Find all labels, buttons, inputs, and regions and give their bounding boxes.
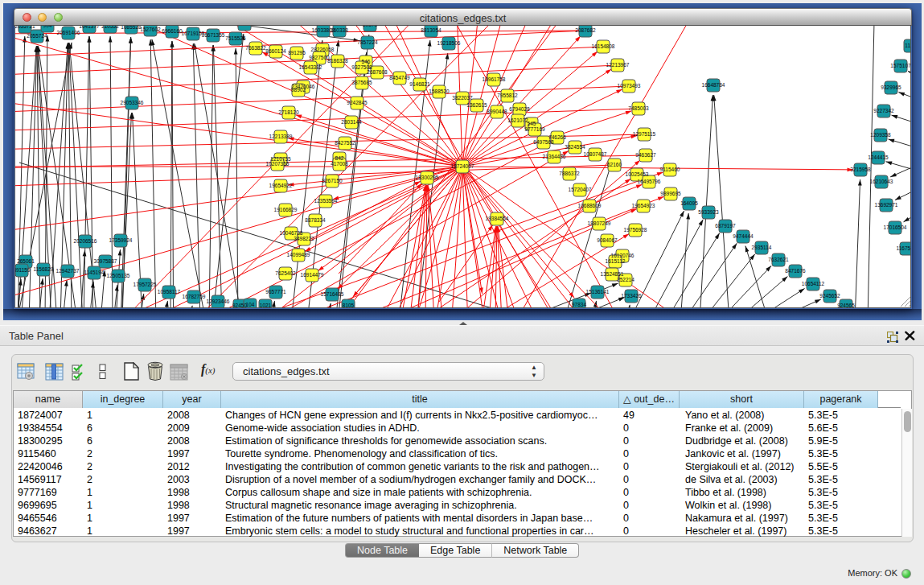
svg-text:19384554: 19384554 (486, 216, 509, 221)
svg-text:20871: 20871 (363, 26, 377, 27)
svg-text:19218506: 19218506 (437, 40, 461, 46)
svg-text:16120746: 16120746 (611, 253, 634, 258)
svg-text:17957225: 17957225 (133, 282, 157, 287)
svg-text:252214: 252214 (617, 277, 634, 282)
svg-text:1733426: 1733426 (621, 293, 642, 299)
svg-text:7886372: 7886372 (559, 171, 580, 176)
svg-text:1167533: 1167533 (897, 245, 911, 251)
svg-text:8105: 8105 (343, 303, 355, 308)
svg-text:6879197: 6879197 (715, 223, 736, 229)
svg-text:12353594: 12353594 (314, 198, 338, 204)
svg-text:10207355: 10207355 (266, 161, 290, 167)
svg-text:96: 96 (241, 26, 248, 27)
svg-text:17359924: 17359924 (109, 237, 133, 243)
svg-text:160338: 160338 (331, 27, 348, 33)
svg-text:9084067: 9084067 (597, 237, 618, 243)
svg-text:2055724: 2055724 (27, 33, 47, 39)
svg-text:7857224: 7857224 (357, 39, 378, 45)
svg-text:16210643: 16210643 (870, 179, 893, 184)
svg-text:2687608: 2687608 (367, 69, 388, 75)
svg-text:16543382: 16543382 (299, 64, 322, 70)
svg-text:2055721: 2055721 (15, 26, 35, 29)
svg-text:16495796: 16495796 (638, 179, 661, 184)
svg-text:21364436: 21364436 (543, 154, 566, 159)
svg-text:15716485: 15716485 (321, 291, 344, 297)
svg-text:2803144: 2803144 (341, 119, 362, 125)
svg-text:6794028: 6794028 (509, 106, 530, 112)
svg-text:10973493: 10973493 (618, 83, 641, 89)
svg-text:7515526: 7515526 (225, 35, 246, 41)
svg-text:28226058: 28226058 (311, 47, 335, 52)
svg-text:18300295: 18300295 (416, 175, 439, 180)
svg-text:12975115: 12975115 (633, 131, 656, 137)
svg-text:19756928: 19756928 (624, 227, 647, 233)
svg-text:7663822: 7663822 (245, 45, 266, 51)
svg-text:98902: 98902 (291, 87, 306, 93)
svg-text:10958117: 10958117 (158, 289, 181, 295)
svg-text:1588520: 1588520 (429, 89, 450, 94)
svg-text:2935114: 2935114 (752, 245, 772, 250)
svg-text:6966160: 6966160 (162, 28, 183, 34)
svg-text:10807487: 10807487 (584, 151, 607, 157)
svg-text:20206516: 20206516 (74, 238, 97, 244)
svg-text:9115460: 9115460 (660, 167, 680, 172)
svg-text:16914479: 16914479 (301, 272, 324, 278)
svg-text:13692971: 13692971 (875, 202, 898, 208)
svg-text:546: 546 (362, 59, 371, 64)
svg-text:7625402: 7625402 (275, 270, 296, 276)
svg-text:6497568: 6497568 (533, 139, 554, 145)
svg-text:62160: 62160 (607, 162, 622, 167)
svg-text:16154808: 16154808 (592, 43, 615, 49)
svg-text:9463627: 9463627 (635, 152, 656, 158)
svg-text:8660124: 8660124 (265, 48, 286, 54)
svg-text:10961758: 10961758 (483, 76, 506, 82)
svg-text:10046738: 10046738 (280, 230, 303, 236)
svg-text:8186328: 8186328 (327, 58, 348, 64)
svg-text:15720407: 15720407 (569, 187, 592, 192)
svg-text:1085528: 1085528 (121, 26, 142, 30)
svg-text:18807249: 18807249 (588, 220, 611, 226)
svg-text:9474444: 9474444 (733, 233, 754, 239)
svg-text:1621072: 1621072 (507, 117, 528, 123)
svg-text:3875685: 3875685 (351, 80, 372, 85)
svg-text:19166829: 19166829 (274, 207, 298, 212)
svg-text:924565: 924565 (837, 303, 855, 308)
svg-text:18724007: 18724007 (451, 163, 474, 169)
svg-text:1615112: 1615112 (606, 258, 626, 264)
svg-text:8471676: 8471676 (785, 268, 806, 274)
svg-text:20691406: 20691406 (57, 30, 80, 35)
svg-text:30975887: 30975887 (94, 258, 117, 264)
svg-text:16648784: 16648784 (702, 82, 725, 88)
svg-text:1362615: 1362615 (466, 102, 487, 108)
svg-text:391159: 391159 (15, 267, 31, 273)
svg-text:8878334: 8878334 (305, 217, 326, 223)
svg-text:10688609: 10688609 (578, 203, 602, 208)
svg-text:5933923: 5933923 (698, 209, 719, 215)
svg-text:104: 104 (246, 302, 255, 307)
svg-text:1244415: 1244415 (868, 154, 889, 160)
svg-text:9827500: 9827500 (309, 55, 330, 60)
svg-text:9245652: 9245652 (819, 293, 840, 299)
svg-text:904: 904 (43, 26, 52, 28)
svg-text:10654112: 10654112 (802, 281, 825, 286)
svg-text:16671355: 16671355 (202, 32, 225, 38)
svg-text:8427552: 8427552 (335, 140, 355, 146)
svg-text:29053346: 29053346 (121, 100, 144, 105)
svg-text:9227342: 9227342 (873, 108, 894, 113)
svg-text:1575107: 1575107 (890, 63, 911, 68)
svg-text:14099489: 14099489 (287, 252, 310, 257)
svg-text:9329965: 9329965 (881, 84, 901, 90)
svg-text:8990448: 8990448 (487, 109, 507, 114)
svg-text:16782759: 16782759 (183, 294, 206, 299)
svg-text:10025453: 10025453 (626, 171, 649, 177)
svg-text:1156829: 1156829 (34, 266, 54, 272)
svg-text:3822037: 3822037 (452, 95, 473, 101)
svg-text:265061: 265061 (17, 258, 35, 264)
svg-text:8813054: 8813054 (421, 27, 441, 33)
svg-text:12213967: 12213967 (606, 62, 630, 68)
svg-text:1021: 1021 (260, 303, 272, 308)
svg-text:7485003: 7485003 (628, 105, 649, 111)
svg-text:7955812: 7955812 (497, 93, 518, 98)
svg-text:19654922: 19654922 (269, 183, 293, 188)
svg-text:164095: 164095 (680, 200, 698, 206)
